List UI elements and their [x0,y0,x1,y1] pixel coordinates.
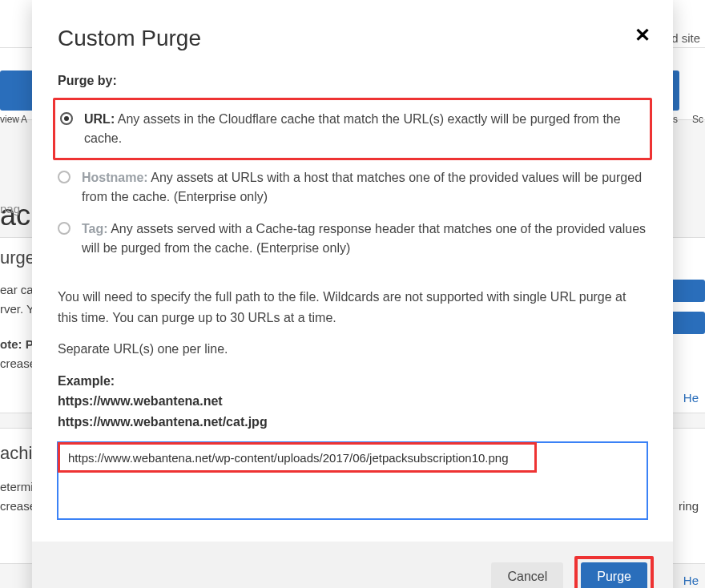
example-label: Example: [58,371,647,392]
option-desc: Any assets served with a Cache-tag respo… [82,222,646,255]
highlight-url-option: URL: Any assets in the Cloudflare cache … [53,98,652,160]
option-title: Tag: [82,222,108,236]
example-url-1: https://www.webantena.net [58,391,647,412]
radio-label: Tag: Any assets served with a Cache-tag … [82,219,647,258]
radio-icon[interactable] [60,112,73,125]
cancel-button[interactable]: Cancel [491,562,563,588]
option-desc: Any assets at URLs with a host that matc… [82,171,642,203]
radio-option-hostname: Hostname: Any assets at URLs with a host… [58,162,647,213]
radio-icon [58,171,70,183]
radio-option-url[interactable]: URL: Any assets in the Cloudflare cache … [60,103,645,155]
purge-by-radio-group: URL: Any assets in the Cloudflare cache … [58,98,647,264]
instructions: You will need to specify the full path t… [58,287,647,433]
custom-purge-modal: Custom Purge ✕ Purge by: URL: Any assets… [32,0,673,588]
modal-title: Custom Purge [58,26,647,51]
option-desc: Any assets in the Cloudflare cache that … [84,112,621,145]
modal-footer: Cancel Purge [32,542,673,588]
close-icon[interactable]: ✕ [634,26,651,45]
option-title: Hostname: [82,171,148,184]
radio-label: Hostname: Any assets at URLs with a host… [82,168,647,207]
example-url-2: https://www.webantena.net/cat.jpg [58,412,647,433]
separate-line-text: Separate URL(s) one per line. [58,339,647,360]
purge-by-label: Purge by: [58,74,647,88]
radio-option-tag: Tag: Any assets served with a Cache-tag … [58,213,647,264]
instruction-text: You will need to specify the full path t… [58,287,647,328]
radio-label: URL: Any assets in the Cloudflare cache … [84,110,645,148]
highlight-purge-button: Purge [574,556,654,588]
purge-button[interactable]: Purge [581,562,647,588]
url-textarea-container [58,442,647,522]
purge-urls-textarea[interactable] [58,442,647,519]
radio-icon [58,222,70,235]
option-title: URL: [84,112,115,126]
